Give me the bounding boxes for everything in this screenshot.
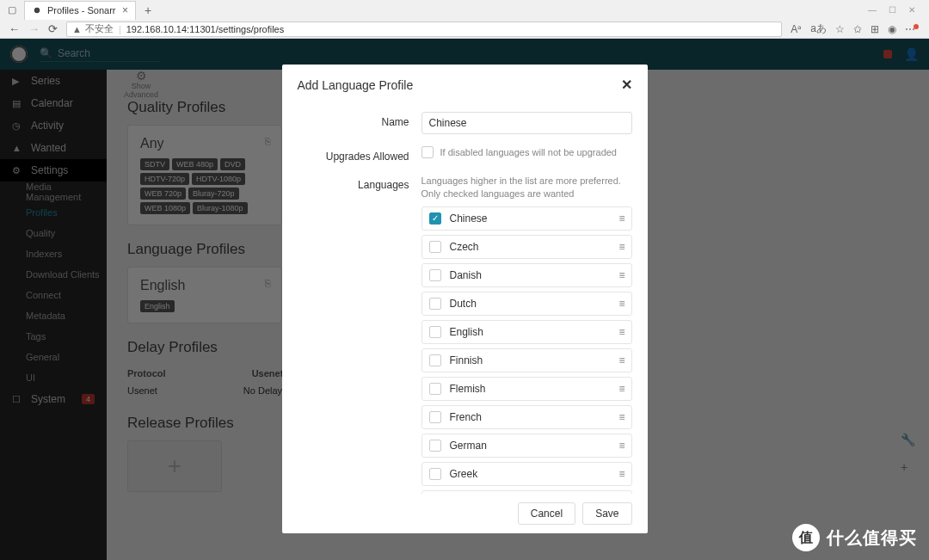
watermark-icon: 值: [792, 524, 820, 551]
watermark-text: 什么值得买: [827, 526, 917, 550]
upgrades-help: If disabled languages will not be upgrad…: [440, 146, 617, 159]
language-name: French: [450, 411, 482, 423]
watermark: 值 什么值得买: [792, 524, 917, 551]
addr-actions: Aᵃ aあ ☆ ✩ ⊞ ◉ ⋯: [791, 22, 920, 36]
modal-overlay[interactable]: Add Language Profile ✕ Name Upgrades All…: [0, 39, 929, 560]
read-aloud-icon[interactable]: aあ: [810, 22, 827, 36]
minimize-icon[interactable]: —: [868, 5, 877, 15]
drag-handle-icon[interactable]: ≡: [618, 354, 624, 366]
drag-handle-icon[interactable]: ≡: [618, 269, 624, 281]
drag-handle-icon[interactable]: ≡: [618, 241, 624, 253]
languages-help: Languages higher in the list are more pr…: [421, 175, 632, 201]
tab-title: Profiles - Sonarr: [47, 5, 115, 15]
drag-handle-icon[interactable]: ≡: [618, 212, 624, 225]
language-item-finnish[interactable]: Finnish≡: [421, 348, 632, 372]
language-checkbox[interactable]: [429, 354, 441, 366]
profile-icon[interactable]: ◉: [888, 23, 896, 35]
url-text: 192.168.10.14:11301/settings/profiles: [126, 24, 284, 34]
tab-bar: ▢ Profiles - Sonarr × + — ☐ ✕: [0, 0, 929, 20]
language-name: Finnish: [450, 354, 483, 366]
name-input[interactable]: [421, 112, 632, 134]
language-name: English: [450, 326, 483, 338]
close-tab-icon[interactable]: ×: [122, 4, 128, 16]
forward-button[interactable]: →: [28, 22, 40, 35]
language-checkbox[interactable]: [429, 241, 441, 253]
drag-handle-icon[interactable]: ≡: [618, 411, 624, 423]
language-checkbox[interactable]: [429, 440, 441, 452]
language-checkbox[interactable]: [429, 468, 441, 480]
modal-title: Add Language Profile: [298, 78, 414, 92]
menu-icon[interactable]: ⋯: [905, 23, 920, 35]
language-checkbox[interactable]: [429, 298, 441, 310]
language-item-greek[interactable]: Greek≡: [421, 462, 632, 486]
language-checkbox[interactable]: [429, 383, 441, 395]
favorites-bar-icon[interactable]: ✩: [853, 23, 862, 35]
favicon-icon: [32, 5, 42, 15]
extensions-icon[interactable]: ⊞: [871, 23, 879, 35]
browser-tab[interactable]: Profiles - Sonarr ×: [24, 1, 136, 20]
language-item-french[interactable]: French≡: [421, 405, 632, 429]
language-name: Greek: [450, 468, 478, 480]
language-checkbox[interactable]: [429, 411, 441, 423]
language-item-chinese[interactable]: ✓Chinese≡: [421, 206, 632, 231]
drag-handle-icon[interactable]: ≡: [618, 468, 624, 480]
language-checkbox[interactable]: [429, 269, 441, 281]
new-tab-button[interactable]: +: [141, 3, 155, 17]
upgrades-label: Upgrades Allowed: [298, 146, 409, 163]
address-bar: ← → ⟳ ▲ 不安全 | 192.168.10.14:11301/settin…: [0, 20, 929, 38]
maximize-icon[interactable]: ☐: [889, 5, 896, 15]
language-item-dutch[interactable]: Dutch≡: [421, 292, 632, 316]
language-name: German: [450, 440, 487, 452]
language-item-german[interactable]: German≡: [421, 434, 632, 458]
cancel-button[interactable]: Cancel: [518, 502, 575, 525]
language-name: Czech: [450, 241, 479, 253]
back-button[interactable]: ←: [9, 22, 20, 35]
window-controls: — ☐ ✕: [868, 5, 924, 15]
drag-handle-icon[interactable]: ≡: [618, 298, 624, 310]
languages-label: Languages: [298, 175, 409, 494]
language-item-flemish[interactable]: Flemish≡: [421, 377, 632, 401]
add-language-profile-modal: Add Language Profile ✕ Name Upgrades All…: [282, 65, 648, 533]
window-icon[interactable]: ▢: [5, 3, 19, 17]
drag-handle-icon[interactable]: ≡: [618, 383, 624, 395]
language-checkbox[interactable]: ✓: [429, 212, 441, 225]
translate-icon[interactable]: Aᵃ: [791, 23, 802, 35]
browser-chrome: ▢ Profiles - Sonarr × + — ☐ ✕ ← → ⟳ ▲ 不安…: [0, 0, 929, 39]
language-item-english[interactable]: English≡: [421, 320, 632, 344]
name-label: Name: [298, 112, 409, 134]
url-input[interactable]: ▲ 不安全 | 192.168.10.14:11301/settings/pro…: [66, 22, 782, 37]
language-name: Danish: [450, 269, 482, 281]
language-name: Dutch: [450, 298, 477, 310]
favorite-icon[interactable]: ☆: [835, 23, 845, 35]
language-item-czech[interactable]: Czech≡: [421, 235, 632, 259]
modal-close-icon[interactable]: ✕: [621, 77, 632, 93]
language-checkbox[interactable]: [429, 326, 441, 338]
language-name: Chinese: [450, 212, 488, 225]
drag-handle-icon[interactable]: ≡: [618, 326, 624, 338]
insecure-icon: ▲ 不安全: [72, 22, 114, 35]
reload-button[interactable]: ⟳: [48, 22, 58, 35]
language-item-danish[interactable]: Danish≡: [421, 263, 632, 287]
save-button[interactable]: Save: [582, 502, 631, 525]
drag-handle-icon[interactable]: ≡: [618, 440, 624, 452]
upgrades-checkbox[interactable]: [421, 146, 434, 158]
language-name: Flemish: [450, 383, 486, 395]
close-window-icon[interactable]: ✕: [908, 5, 915, 15]
